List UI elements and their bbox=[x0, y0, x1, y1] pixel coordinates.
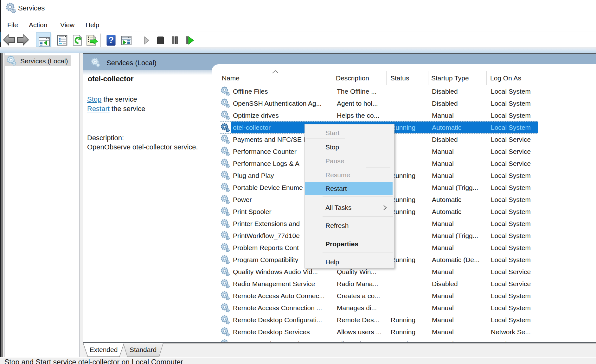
svg-text:?: ? bbox=[108, 35, 114, 45]
